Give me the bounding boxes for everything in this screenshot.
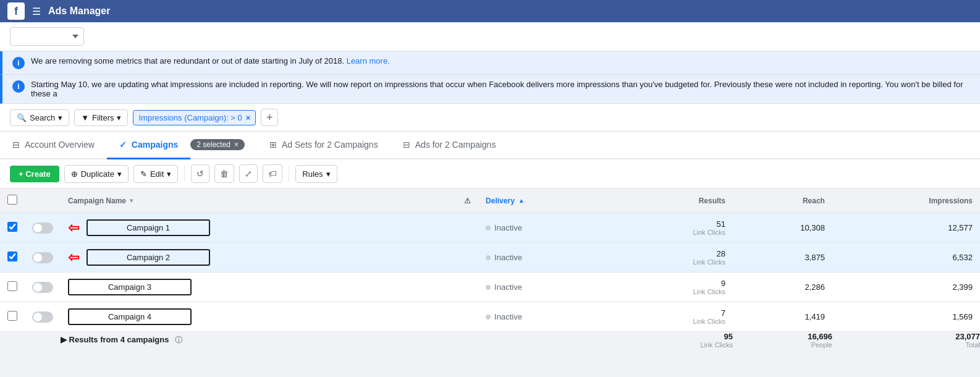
campaign-name-header: Campaign Name xyxy=(68,197,126,205)
reach-value: 3,875 xyxy=(733,243,832,273)
banner-1-link[interactable]: Learn more. xyxy=(347,56,390,66)
delivery-dot xyxy=(486,315,491,320)
filter-chip[interactable]: Impressions (Campaign): > 0 × xyxy=(133,110,256,125)
duplicate-button[interactable]: ⊕ Duplicate ▾ xyxy=(64,165,129,183)
results-label: Link Clicks xyxy=(693,318,725,325)
tab-campaigns[interactable]: ✓ Campaigns xyxy=(107,132,190,159)
results-value: 28 xyxy=(717,249,725,258)
footer-impressions: 23,077 xyxy=(955,332,980,341)
selected-badge[interactable]: 2 selected × xyxy=(190,139,245,150)
delivery-dot xyxy=(486,226,491,231)
delivery-status: Inactive xyxy=(494,282,522,292)
add-filter-button[interactable]: + xyxy=(261,109,278,126)
row-toggle-4[interactable] xyxy=(32,311,53,323)
tab-selected-badge-container: 2 selected × xyxy=(190,132,257,159)
tab-ads[interactable]: ⊟ Ads for 2 Campaigns xyxy=(391,132,509,159)
account-overview-icon: ⊟ xyxy=(12,140,20,150)
footer-info-icon[interactable]: ⓘ xyxy=(175,336,182,344)
search-icon: 🔍 xyxy=(17,113,27,122)
table-row: ⇦Campaign 1Inactive51Link Clicks10,30812… xyxy=(0,213,980,243)
results-value: 9 xyxy=(721,279,725,288)
hamburger-icon[interactable]: ☰ xyxy=(32,6,41,17)
delivery-status: Inactive xyxy=(494,223,522,232)
delivery-dot xyxy=(486,285,491,290)
delivery-cell: Inactive xyxy=(478,243,614,273)
reach-header: Reach xyxy=(803,197,825,205)
alert-cell xyxy=(457,302,478,332)
preview-button[interactable]: ⤢ xyxy=(239,164,258,183)
reach-value: 2,286 xyxy=(733,273,832,302)
rules-chevron: ▾ xyxy=(326,169,331,179)
table-header-row: Campaign Name ▾ ⚠ Delivery ▲ Results Rea… xyxy=(0,188,980,213)
tab-account-overview[interactable]: ⊟ Account Overview xyxy=(0,132,107,159)
table-footer-row: ▶ Results from 4 campaigns ⓘ 95 Link Cli… xyxy=(0,332,980,349)
tag-button[interactable]: 🏷 xyxy=(263,164,282,183)
banner-1-text: We are removing some metrics that are re… xyxy=(31,56,390,66)
separator-2 xyxy=(289,166,289,181)
footer-impressions-label: Total xyxy=(966,341,980,349)
delivery-sort-icon: ▲ xyxy=(518,197,525,204)
reach-value: 10,308 xyxy=(733,213,832,243)
edit-chevron: ▾ xyxy=(167,169,171,179)
impressions-value: 12,577 xyxy=(832,213,980,243)
impressions-value: 6,532 xyxy=(832,243,980,273)
row-checkbox-2[interactable] xyxy=(7,252,17,261)
delivery-dot xyxy=(486,255,491,260)
impressions-value: 2,399 xyxy=(832,273,980,302)
row-checkbox-4[interactable] xyxy=(7,311,17,321)
rules-button[interactable]: Rules ▾ xyxy=(295,165,337,183)
banner-2: i Starting May 10, we are updating what … xyxy=(0,75,980,104)
results-value: 7 xyxy=(721,308,725,318)
filters-button[interactable]: ▼ Filters ▾ xyxy=(74,109,128,126)
campaigns-table: Campaign Name ▾ ⚠ Delivery ▲ Results Rea… xyxy=(0,188,980,349)
footer-reach-label: People xyxy=(811,341,832,349)
row-checkbox-3[interactable] xyxy=(7,281,17,291)
facebook-logo: f xyxy=(7,2,25,20)
row-checkbox-1[interactable] xyxy=(7,222,17,232)
edit-button[interactable]: ✎ Edit ▾ xyxy=(133,165,178,183)
app-title: Ads Manager xyxy=(48,6,110,17)
select-all-checkbox[interactable] xyxy=(7,195,17,205)
campaigns-icon: ✓ xyxy=(119,140,127,150)
campaign-name-cell: ⇦Campaign 2 xyxy=(61,243,457,273)
table-row: Campaign 3Inactive9Link Clicks2,2862,399 xyxy=(0,273,980,302)
row-toggle-3[interactable] xyxy=(32,282,53,293)
delivery-status: Inactive xyxy=(494,253,522,262)
separator-1 xyxy=(184,166,185,181)
campaign-name-cell: ⇦Campaign 1 xyxy=(61,213,457,243)
campaign-name-1[interactable]: Campaign 1 xyxy=(87,219,210,236)
campaign-name-4[interactable]: Campaign 4 xyxy=(68,308,192,325)
footer-results-label: Link Clicks xyxy=(700,341,733,349)
impressions-header: Impressions xyxy=(929,197,973,205)
refresh-button[interactable]: ↺ xyxy=(191,164,209,183)
ads-icon: ⊟ xyxy=(403,140,410,150)
results-label: Link Clicks xyxy=(693,258,725,266)
filters-chevron: ▾ xyxy=(117,113,121,122)
account-select[interactable] xyxy=(10,27,84,46)
top-nav: f ☰ Ads Manager xyxy=(0,0,980,22)
alert-cell xyxy=(457,243,478,273)
table-row: Campaign 4Inactive7Link Clicks1,4191,569 xyxy=(0,302,980,332)
filter-bar: 🔍 Search ▾ ▼ Filters ▾ Impressions (Camp… xyxy=(0,104,980,132)
campaign-name-2[interactable]: Campaign 2 xyxy=(87,249,210,266)
delivery-cell: Inactive xyxy=(478,213,614,243)
results-label: Link Clicks xyxy=(693,288,725,295)
row-toggle-1[interactable] xyxy=(32,222,53,234)
selected-badge-close[interactable]: × xyxy=(234,140,239,149)
campaign-name-cell: Campaign 4 xyxy=(61,302,457,332)
search-button[interactable]: 🔍 Search ▾ xyxy=(10,109,69,126)
row-toggle-2[interactable] xyxy=(32,252,53,263)
delivery-cell: Inactive xyxy=(478,273,614,302)
campaign-name-3[interactable]: Campaign 3 xyxy=(68,279,192,295)
footer-results: 95 xyxy=(724,332,733,341)
edit-icon: ✎ xyxy=(140,169,147,179)
tab-row: ⊟ Account Overview ✓ Campaigns 2 selecte… xyxy=(0,132,980,159)
banner-1: i We are removing some metrics that are … xyxy=(0,51,980,75)
create-button[interactable]: + Create xyxy=(10,166,59,182)
search-chevron: ▾ xyxy=(58,113,62,122)
delete-button[interactable]: 🗑 xyxy=(214,164,234,183)
filter-chip-close[interactable]: × xyxy=(246,113,251,122)
impressions-value: 1,569 xyxy=(832,302,980,332)
tab-adsets[interactable]: ⊞ Ad Sets for 2 Campaigns xyxy=(257,132,391,159)
results-header: Results xyxy=(699,197,725,205)
